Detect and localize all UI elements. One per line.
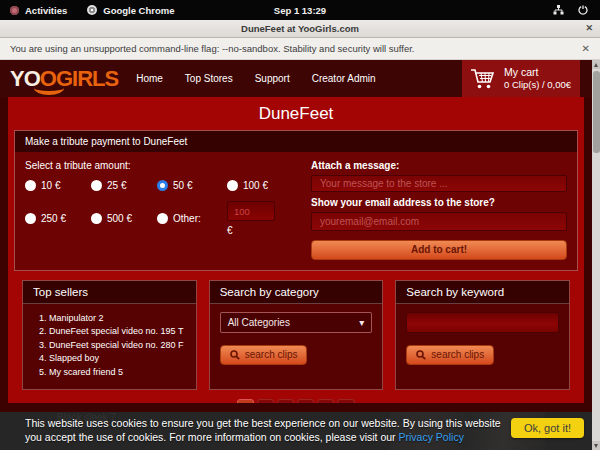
scroll-down-icon[interactable] [592,441,600,450]
other-amount-input[interactable] [227,201,275,221]
radio-label: 500 € [107,213,132,224]
chrome-infobar: You are using an unsupported command-lin… [0,38,600,60]
nav-item-top-stores[interactable]: Top Stores [185,73,233,84]
scroll-up-icon[interactable] [592,60,600,69]
page-button-3[interactable]: 3 [277,399,294,403]
tribute-amount-label: Select a tribute amount: [25,160,297,171]
search-icon [416,350,426,360]
screen: Activities Google Chrome Sep 1 13:29 [0,0,600,450]
nav-item-support[interactable]: Support [255,73,290,84]
page-button-next[interactable]: » [317,399,334,403]
window-close-icon[interactable]: ✕ [585,23,593,33]
cart-icon [470,67,496,91]
scrollbar-thumb[interactable] [593,71,600,153]
logo-smile-icon [34,81,64,95]
currency-label: € [227,225,297,236]
top-seller-item[interactable]: My scared friend 5 [49,366,186,380]
site-header: YOOGIRLS Home Top Stores Support Creator… [0,60,600,97]
search-category-header: Search by category [210,281,383,304]
search-icon [230,350,240,360]
network-icon[interactable] [553,5,564,15]
radio-label: 50 € [173,180,192,191]
category-select-value: All Categories [228,317,290,328]
radio-icon[interactable] [91,213,102,224]
tribute-radio-250[interactable]: 250 € [25,201,91,236]
category-select[interactable]: All Categories ▾ [220,312,373,333]
page-button-4[interactable]: 4 [297,399,314,403]
email-input[interactable] [311,212,567,231]
privacy-policy-link[interactable]: Privacy Policy [399,431,464,443]
active-app-menu[interactable]: Google Chrome [103,5,174,16]
main-nav: Home Top Stores Support Creator Admin [136,73,375,84]
search-clips-category-button[interactable]: search clips [220,345,308,365]
radio-icon[interactable] [25,180,36,191]
radio-label: 10 € [41,180,60,191]
nav-item-creator-admin[interactable]: Creator Admin [312,73,376,84]
activities-button[interactable]: Activities [25,5,67,16]
tribute-panel: Make a tribute payment to DuneFeet Selec… [14,130,578,271]
tribute-radio-10[interactable]: 10 € [25,180,91,191]
top-sellers-panel: Top sellers Manipulator 2 DuneFeet speci… [22,280,197,391]
top-seller-item[interactable]: DuneFeet special video no. 195 T [49,325,186,339]
email-label: Show your email address to the store? [311,197,567,208]
search-keyword-panel: Search by keyword search clips [395,280,570,391]
tribute-panel-header: Make a tribute payment to DuneFeet [15,131,577,152]
window-title-bar: DuneFeet at YooGirls.com ✕ [0,20,600,38]
keyword-input[interactable] [406,312,559,333]
message-label: Attach a message: [311,160,567,171]
logo-text-orange: GIRLS [56,66,118,91]
chevron-down-icon: ▾ [359,317,364,328]
cookie-accept-button[interactable]: Ok, got it! [511,418,584,438]
search-clips-keyword-button[interactable]: search clips [406,345,494,365]
radio-label: Other: [173,213,201,224]
cart-label: My cart [504,66,571,80]
search-clips-label: search clips [431,349,484,360]
cart-summary: 0 Clip(s) / 0,00€ [504,79,571,91]
radio-icon[interactable] [91,180,102,191]
page-content: DuneFeet Make a tribute payment to DuneF… [8,97,584,403]
top-seller-item[interactable]: DuneFeet special video no. 280 F [49,339,186,353]
add-to-cart-button[interactable]: Add to cart! [311,240,567,260]
site-logo[interactable]: YOOGIRLS [10,68,118,90]
search-keyword-header: Search by keyword [396,281,569,304]
tribute-options: 10 € 25 € 50 € [25,180,297,236]
radio-label: 250 € [41,213,66,224]
tribute-radio-25[interactable]: 25 € [91,180,157,191]
radio-label: 100 € [243,180,268,191]
nav-item-home[interactable]: Home [136,73,163,84]
infobar-close-icon[interactable]: ✕ [582,43,590,54]
radio-icon[interactable] [25,213,36,224]
top-seller-item[interactable]: Slapped boy [49,352,186,366]
chrome-icon [87,5,97,15]
activities-indicator-icon [10,6,19,15]
radio-label: 25 € [107,180,126,191]
radio-icon[interactable] [227,180,238,191]
top-seller-item[interactable]: Manipulator 2 [49,312,186,326]
tribute-radio-50[interactable]: 50 € [157,180,227,191]
page-button-1[interactable]: 1 [237,399,254,403]
cookie-banner: This website uses cookies to ensure you … [0,412,600,450]
top-sellers-list: Manipulator 2 DuneFeet special video no.… [33,312,186,380]
infobar-message: You are using an unsupported command-lin… [10,43,415,54]
my-cart-button[interactable]: My cart 0 Clip(s) / 0,00€ [462,60,580,97]
page-button-2[interactable]: 2 [257,399,274,403]
cookie-message: This website uses cookies to ensure you … [25,416,510,444]
page-button-last[interactable]: »| [337,399,355,403]
radio-icon[interactable] [157,180,168,191]
tribute-radio-500[interactable]: 500 € [91,201,157,236]
search-clips-label: search clips [245,349,298,360]
radio-icon[interactable] [157,213,168,224]
browser-viewport: YOOGIRLS Home Top Stores Support Creator… [0,60,600,450]
tribute-radio-other[interactable]: Other: [157,201,227,236]
page-title: DuneFeet [8,97,584,130]
top-sellers-header: Top sellers [23,281,196,304]
tribute-radio-100[interactable]: 100 € [227,180,297,191]
message-input[interactable] [311,175,567,192]
system-top-bar: Activities Google Chrome Sep 1 13:29 [0,0,600,20]
pagination: 1 2 3 4 » »| [8,399,584,403]
power-icon[interactable] [578,5,588,15]
vertical-scrollbar[interactable] [592,60,600,450]
window-title: DuneFeet at YooGirls.com [241,23,359,34]
search-category-panel: Search by category All Categories ▾ [209,280,384,391]
